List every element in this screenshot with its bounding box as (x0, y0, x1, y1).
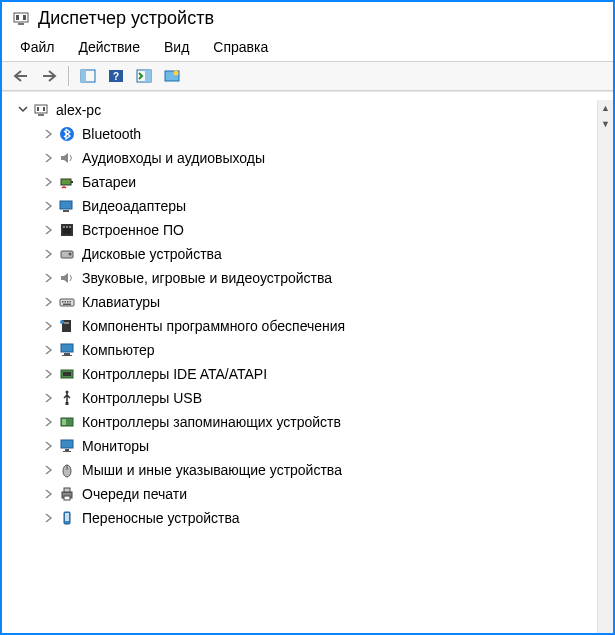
tree-root[interactable]: alex-pc (8, 98, 613, 122)
toolbar-separator (68, 66, 69, 86)
menubar: Файл Действие Вид Справка (2, 31, 613, 61)
expand-icon[interactable] (42, 463, 56, 477)
monitor-icon (58, 437, 76, 455)
tree-item-label: Контроллеры IDE ATA/ATAPI (82, 366, 267, 382)
tree-item[interactable]: Контроллеры запоминающих устройств (8, 410, 613, 434)
svg-text:?: ? (113, 71, 119, 82)
printer-icon (58, 485, 76, 503)
tree-item[interactable]: Звуковые, игровые и видеоустройства (8, 266, 613, 290)
scroll-down-button[interactable]: ▼ (598, 116, 613, 132)
tree-item[interactable]: Bluetooth (8, 122, 613, 146)
expand-icon[interactable] (42, 247, 56, 261)
svg-rect-3 (18, 23, 24, 25)
nav-forward-button[interactable] (36, 64, 62, 88)
portable-device-icon (58, 509, 76, 527)
svg-rect-5 (81, 70, 86, 82)
svg-rect-19 (60, 201, 72, 209)
expand-icon[interactable] (42, 367, 56, 381)
svg-rect-55 (65, 513, 69, 521)
tree-item-label: Мониторы (82, 438, 149, 454)
menu-help[interactable]: Справка (203, 37, 278, 57)
expand-icon[interactable] (42, 127, 56, 141)
svg-rect-13 (37, 107, 39, 111)
tree-item[interactable]: Компьютер (8, 338, 613, 362)
svg-rect-1 (16, 15, 19, 20)
tree-item[interactable]: Контроллеры USB (8, 386, 613, 410)
tree-item[interactable]: Очереди печати (8, 482, 613, 506)
tree-item[interactable]: Переносные устройства (8, 506, 613, 530)
svg-rect-30 (65, 301, 67, 303)
help-button[interactable]: ? (103, 64, 129, 88)
tree-item[interactable]: Аудиовходы и аудиовыходы (8, 146, 613, 170)
expand-icon[interactable] (42, 199, 56, 213)
properties-button[interactable] (159, 64, 185, 88)
svg-rect-2 (23, 15, 26, 20)
expand-icon[interactable] (42, 415, 56, 429)
svg-rect-29 (62, 301, 64, 303)
svg-rect-24 (66, 226, 68, 228)
svg-point-27 (69, 253, 72, 256)
toolbar: ? (2, 61, 613, 91)
computer-icon (32, 101, 50, 119)
tree-item[interactable]: Дисковые устройства (8, 242, 613, 266)
tree-item-label: Дисковые устройства (82, 246, 222, 262)
svg-rect-38 (64, 353, 70, 355)
tree-item-label: Контроллеры запоминающих устройств (82, 414, 341, 430)
tree-item[interactable]: Встроенное ПО (8, 218, 613, 242)
tree-item-label: Мыши и иные указывающие устройства (82, 462, 342, 478)
svg-rect-45 (62, 419, 66, 425)
expand-icon[interactable] (42, 439, 56, 453)
menu-file[interactable]: Файл (10, 37, 64, 57)
expand-icon[interactable] (42, 319, 56, 333)
expand-icon[interactable] (42, 391, 56, 405)
device-tree: alex-pc BluetoothАудиовходы и аудиовыход… (2, 91, 613, 622)
menu-action[interactable]: Действие (68, 37, 150, 57)
expand-icon[interactable] (42, 487, 56, 501)
svg-rect-17 (61, 179, 71, 185)
storage-controller-icon (58, 413, 76, 431)
app-icon (12, 10, 30, 28)
expand-collapse-icon[interactable] (16, 103, 30, 117)
tree-item[interactable]: Мыши и иные указывающие устройства (8, 458, 613, 482)
nav-back-button[interactable] (8, 64, 34, 88)
tree-item[interactable]: Батареи (8, 170, 613, 194)
tree-item-label: Компьютер (82, 342, 154, 358)
scroll-up-button[interactable]: ▲ (598, 100, 613, 116)
expand-icon[interactable] (42, 151, 56, 165)
tree-item-label: Переносные устройства (82, 510, 240, 526)
svg-point-42 (66, 391, 69, 394)
svg-rect-12 (35, 105, 47, 113)
usb-controller-icon (58, 389, 76, 407)
tree-item-label: Аудиовходы и аудиовыходы (82, 150, 265, 166)
mouse-icon (58, 461, 76, 479)
ide-controller-icon (58, 365, 76, 383)
svg-point-11 (174, 71, 179, 76)
tree-item[interactable]: Мониторы (8, 434, 613, 458)
display-adapter-icon (58, 197, 76, 215)
svg-rect-32 (70, 301, 72, 303)
vertical-scrollbar[interactable]: ▲ ▼ (597, 100, 613, 633)
svg-rect-33 (63, 304, 71, 306)
expand-icon[interactable] (42, 175, 56, 189)
svg-rect-14 (43, 107, 45, 111)
expand-icon[interactable] (42, 223, 56, 237)
tree-item[interactable]: Компоненты программного обеспечения (8, 314, 613, 338)
show-hide-tree-button[interactable] (75, 64, 101, 88)
tree-item-label: Bluetooth (82, 126, 141, 142)
expand-icon[interactable] (42, 343, 56, 357)
svg-rect-46 (61, 440, 73, 448)
scan-hardware-button[interactable] (131, 64, 157, 88)
expand-icon[interactable] (42, 295, 56, 309)
tree-item-label: Клавиатуры (82, 294, 160, 310)
expand-icon[interactable] (42, 271, 56, 285)
tree-item[interactable]: Контроллеры IDE ATA/ATAPI (8, 362, 613, 386)
tree-item-label: Очереди печати (82, 486, 187, 502)
svg-rect-31 (67, 301, 69, 303)
expand-icon[interactable] (42, 511, 56, 525)
tree-item[interactable]: Клавиатуры (8, 290, 613, 314)
tree-item-label: Батареи (82, 174, 136, 190)
software-component-icon (58, 317, 76, 335)
menu-view[interactable]: Вид (154, 37, 199, 57)
tree-item[interactable]: Видеоадаптеры (8, 194, 613, 218)
tree-item-label: Звуковые, игровые и видеоустройства (82, 270, 332, 286)
